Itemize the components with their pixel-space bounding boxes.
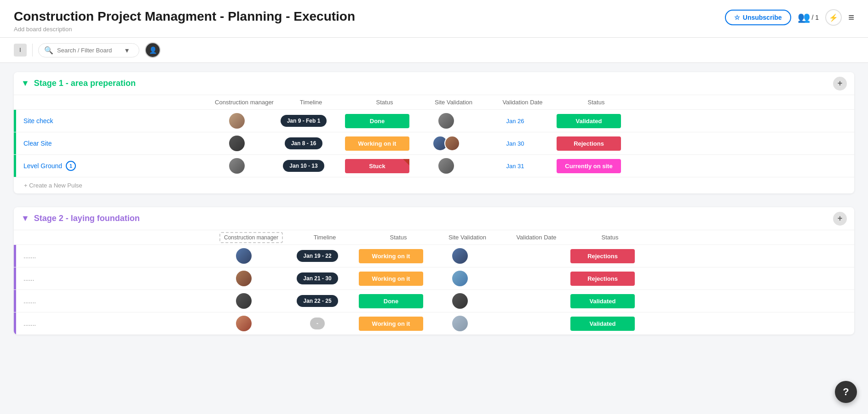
stage2-table-header: Construction manager Timeline Status Sit… (14, 230, 854, 245)
avatar (236, 316, 252, 331)
filter-avatar[interactable]: 👤 (145, 42, 161, 58)
status2-cell: Validated (552, 112, 626, 130)
status2-cell: Validated (566, 315, 639, 333)
timeline-cell: Jan 9 - Feb 1 (267, 113, 340, 129)
row-name[interactable]: ....... (23, 252, 36, 260)
status2-cell: Validated (566, 292, 639, 310)
users-badge[interactable]: 👥 / 1 (798, 11, 819, 23)
timeline-cell: Jan 21 - 30 (281, 271, 354, 286)
status2-cell: Rejections (552, 135, 626, 153)
users-icon: 👥 (798, 11, 810, 23)
avatar (452, 293, 468, 309)
col-manager-dashed: Construction manager (214, 234, 288, 241)
manager-cell (207, 291, 281, 311)
manager-cell (207, 111, 267, 130)
page-subtitle: Add board description (14, 26, 355, 33)
status2-badge: Rejections (570, 272, 635, 286)
manager-cell (207, 156, 267, 176)
row-name-cell: ....... (16, 312, 43, 335)
manager-cell (207, 314, 281, 333)
col-site-validation: Site Validation (421, 99, 486, 106)
timeline-pill: Jan 21 - 30 (297, 272, 338, 284)
site-validation-cell (414, 156, 478, 176)
site-validation-cell (414, 111, 478, 130)
table-row: ....... - Working on it Validated (14, 312, 854, 335)
stage1-header: ▼ Stage 1 - area preperation (14, 72, 143, 95)
timeline-cell: - (281, 316, 354, 331)
site-validation-cell (428, 269, 492, 288)
status-badge: Working on it (359, 317, 423, 331)
timeline-cell: Jan 10 - 13 (267, 158, 340, 174)
table-row: Level Ground 1 Jan 10 - 13 Stuck Jan 31 … (14, 155, 854, 177)
stage1-add-col-button[interactable]: + (833, 77, 847, 91)
status2-cell: Rejections (566, 247, 639, 265)
timeline-cell: Jan 22 - 25 (281, 293, 354, 309)
row-name-cell: Clear Site (16, 132, 59, 154)
stage2-chevron[interactable]: ▼ (21, 214, 29, 223)
validation-date-cell: Jan 30 (478, 138, 552, 149)
status2-badge: Validated (570, 294, 635, 308)
table-row: Site check Jan 9 - Feb 1 Done Jan 26 Val… (14, 110, 854, 132)
stage2-title: Stage 2 - laying foundation (34, 214, 140, 223)
timeline-pill: - (310, 318, 325, 329)
header-actions: ☆ Unsubscribe 👥 / 1 ⚡ ≡ (725, 9, 854, 26)
row-name[interactable]: ....... (23, 297, 36, 305)
site-validation-cell (428, 291, 492, 311)
row-name[interactable]: Level Ground (23, 162, 62, 170)
toolbar-divider (32, 44, 33, 57)
site-validation-cell (428, 246, 492, 266)
row-name[interactable]: ...... (23, 275, 34, 282)
status2-badge: Rejections (557, 136, 621, 151)
avatar (444, 136, 460, 151)
users-count: / 1 (812, 14, 819, 21)
col-timeline: Timeline (288, 234, 362, 241)
search-icon: 🔍 (44, 46, 53, 55)
validation-date-cell: Jan 26 (478, 116, 552, 126)
validation-date-cell (492, 322, 566, 325)
dropdown-icon[interactable]: ▾ (125, 46, 129, 55)
search-input[interactable] (57, 47, 121, 54)
status2-cell: Rejections (566, 270, 639, 288)
status-cell: Stuck (340, 157, 414, 175)
timeline-pill: Jan 8 - 16 (285, 137, 323, 149)
activity-button[interactable]: ⚡ (825, 9, 842, 26)
row-name[interactable]: Site check (23, 117, 53, 125)
menu-button[interactable]: ≡ (848, 11, 854, 23)
page-header: Construction Project Managment - Plannin… (0, 0, 868, 38)
status2-cell: Currently on site (552, 157, 626, 175)
status-cell: Working on it (354, 247, 428, 265)
manager-cell (207, 246, 281, 266)
stage1-table-header: Construction manager Timeline Status Sit… (14, 95, 854, 110)
help-button[interactable]: ? (835, 381, 857, 403)
timeline-pill: Jan 9 - Feb 1 (281, 115, 327, 127)
collapse-button[interactable]: I (14, 44, 27, 57)
create-pulse-button[interactable]: + Create a New Pulse (14, 177, 854, 193)
col-manager-label: Construction manager (219, 232, 283, 243)
activity-icon: ⚡ (829, 13, 838, 22)
unsubscribe-button[interactable]: ☆ Unsubscribe (725, 10, 791, 25)
avatar (229, 158, 245, 174)
status-cell: Working on it (340, 135, 414, 153)
validation-date-cell (492, 299, 566, 303)
status2-badge: Validated (570, 317, 635, 331)
stage1-chevron[interactable]: ▼ (21, 79, 29, 88)
stage2-header: ▼ Stage 2 - laying foundation (14, 207, 147, 230)
search-box[interactable]: 🔍 ▾ (38, 43, 139, 57)
validation-date: Jan 26 (506, 118, 524, 125)
status-cell: Done (354, 292, 428, 310)
status-badge: Working on it (345, 136, 409, 151)
row-name[interactable]: ....... (23, 320, 36, 327)
status-badge: Working on it (359, 249, 423, 263)
site-validation-cell (428, 314, 492, 333)
row-name-cell: Site check (16, 110, 61, 132)
stage2-add-col-button[interactable]: + (833, 212, 847, 226)
toolbar: I 🔍 ▾ 👤 (0, 38, 868, 63)
timeline-pill: Jan 22 - 25 (297, 295, 338, 307)
row-name[interactable]: Clear Site (23, 140, 52, 147)
validation-date-cell (492, 277, 566, 280)
avatar (229, 136, 245, 151)
col-validation-date: Validation Date (500, 234, 573, 241)
timeline-cell: Jan 8 - 16 (267, 136, 340, 151)
avatar (236, 271, 252, 286)
status-cell: Working on it (354, 270, 428, 288)
